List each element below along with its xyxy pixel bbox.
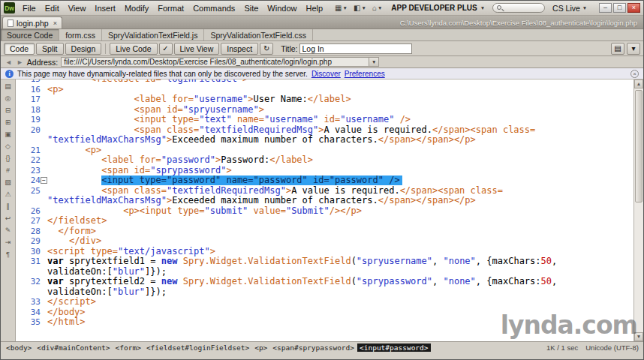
refresh-icon[interactable]: ↻ xyxy=(260,43,273,55)
layout-switcher-icon[interactable]: ▦▼ xyxy=(333,3,349,13)
code-row[interactable]: "textfieldMaxCharsMsg">Exceeded maximum … xyxy=(16,135,633,146)
code-row[interactable]: 31var sprytextfield1 = new Spry.Widget.V… xyxy=(16,256,633,267)
close-button[interactable]: × xyxy=(627,3,640,13)
design-view-button[interactable]: Design xyxy=(65,43,102,55)
tag-path-item[interactable]: <input#password> xyxy=(357,344,431,352)
scrollbar-track xyxy=(634,204,643,332)
menu-modify[interactable]: Modify xyxy=(120,2,153,14)
code-row[interactable]: validateOn:["blur"]}); xyxy=(16,267,633,278)
highlight-invalid-code-icon[interactable]: ▨ xyxy=(3,178,14,187)
preferences-link[interactable]: Preferences xyxy=(345,70,385,78)
code-row[interactable]: 16<p> xyxy=(16,85,633,95)
discover-link[interactable]: Discover xyxy=(311,70,341,78)
code-navigator-icon[interactable]: ◎ xyxy=(3,94,14,103)
code-row[interactable]: 35</html> xyxy=(16,317,633,328)
code-row[interactable]: 20 <span class="textfieldRequiredMsg">A … xyxy=(16,125,633,136)
open-documents-icon[interactable]: ▤ xyxy=(3,82,14,91)
code-row[interactable]: 25 <span class="textfieldRequiredMsg">A … xyxy=(16,186,633,196)
split-view-button[interactable]: Split xyxy=(36,43,63,55)
menu-view[interactable]: View xyxy=(64,2,91,14)
scroll-up-icon[interactable]: ▲ xyxy=(634,80,643,88)
indent-code-icon[interactable]: ⇥ xyxy=(3,238,14,247)
code-row[interactable]: 26 <p><input type="submit" value="Submit… xyxy=(16,206,633,217)
site-setup-icon[interactable]: ⌂▼ xyxy=(371,3,384,13)
collapse-full-tag-icon[interactable]: ⊟ xyxy=(3,106,14,115)
wrap-tag-icon[interactable]: ✎ xyxy=(3,226,14,235)
line-numbers-icon[interactable]: # xyxy=(3,166,14,175)
menu-insert[interactable]: Insert xyxy=(90,2,120,14)
code-row[interactable]: 30<script type="text/javascript"> xyxy=(16,247,633,257)
code-row[interactable]: 28 </form> xyxy=(16,226,633,237)
related-file-spryvalidationtextfield-css[interactable]: SpryValidationTextField.css xyxy=(204,29,313,40)
related-file-source-code[interactable]: Source Code xyxy=(1,29,59,40)
maximize-button[interactable]: □ xyxy=(613,3,626,13)
menu-edit[interactable]: Edit xyxy=(41,2,64,14)
menu-help[interactable]: Help xyxy=(301,2,327,14)
tag-path-item[interactable]: <div#mainContent> xyxy=(35,344,112,352)
menu-commands[interactable]: Commands xyxy=(188,2,239,14)
minimize-button[interactable]: – xyxy=(599,3,612,13)
info-close-icon[interactable]: × xyxy=(630,70,639,78)
code-view-button[interactable]: Code xyxy=(4,43,35,55)
code-row[interactable]: 32var sprytextfield2 = new Spry.Widget.V… xyxy=(16,277,633,287)
address-dropdown-icon[interactable]: ▼ xyxy=(369,58,378,66)
tag-path-item[interactable]: <fieldset#loginFieldset> xyxy=(144,344,251,352)
syntax-error-alerts-icon[interactable]: ⚠ xyxy=(3,190,14,199)
apply-comment-icon[interactable]: ∥ xyxy=(3,202,14,211)
extend-icon[interactable]: ◧▼ xyxy=(352,3,368,13)
search-input[interactable] xyxy=(492,3,545,13)
live-code-button[interactable]: Live Code xyxy=(110,43,157,55)
related-files-bar: Source Codeform.cssSpryValidationTextFie… xyxy=(1,29,643,41)
related-file-form-css[interactable]: form.css xyxy=(59,29,102,40)
live-view-button[interactable]: Live View xyxy=(174,43,220,55)
menu-format[interactable]: Format xyxy=(153,2,188,14)
remove-comment-icon[interactable]: ↩ xyxy=(3,214,14,223)
cs-live-button[interactable]: CS Live ▼ xyxy=(552,4,587,13)
code-row[interactable]: "textfieldMaxCharsMsg">Exceeded maximum … xyxy=(16,196,633,206)
collapse-toggle-icon[interactable]: − xyxy=(41,177,47,184)
tag-path-item[interactable]: <span#sprypassword> xyxy=(270,344,357,352)
code-row[interactable]: 33</script> xyxy=(16,297,633,308)
tab-login-php[interactable]: login.php × xyxy=(2,16,62,28)
code-row[interactable]: 22 <label for="password">Password:</labe… xyxy=(16,155,633,166)
app-icon[interactable]: Dw xyxy=(4,2,15,14)
code-row[interactable]: 27</fieldset> xyxy=(16,216,633,226)
code-row[interactable]: 18 <span id="spryusername"> xyxy=(16,105,633,116)
related-file-spryvalidationtextfield-js[interactable]: SpryValidationTextField.js xyxy=(102,29,204,40)
menu-file[interactable]: File xyxy=(18,2,41,14)
tab-close-icon[interactable]: × xyxy=(53,20,57,27)
code-row[interactable]: 23 <span id="sprypassword"> xyxy=(16,166,633,176)
code-row[interactable]: 19 <input type="text" name="username" id… xyxy=(16,115,633,125)
code-row[interactable]: 17 <label for="username">User Name:</lab… xyxy=(16,94,633,105)
expand-all-icon[interactable]: ▣ xyxy=(3,130,14,139)
select-parent-tag-icon[interactable]: ◇ xyxy=(3,142,14,151)
vertical-scrollbar[interactable]: ▲ ▼ xyxy=(633,80,643,341)
code-row[interactable]: 29 </div> xyxy=(16,236,633,247)
address-input[interactable]: file:///C|/Users/lynda.com/Desktop/Exerc… xyxy=(61,57,379,67)
line-number: 18 xyxy=(16,105,47,116)
workspace-switcher[interactable]: APP DEVELOPER PLUS ▼ xyxy=(391,4,485,12)
tag-path-item[interactable]: <form> xyxy=(113,344,143,352)
tag-path-item[interactable]: <p> xyxy=(252,344,269,352)
code-row[interactable]: 34</body> xyxy=(16,308,633,318)
collapse-selection-icon[interactable]: ⊞ xyxy=(3,118,14,127)
menu-window[interactable]: Window xyxy=(263,2,301,14)
code-row[interactable]: 24− <input type="password" name="passwor… xyxy=(16,176,633,186)
preview-dropdown-icon[interactable]: ▾ xyxy=(627,43,640,55)
scrollbar-thumb[interactable] xyxy=(635,90,642,202)
title-input[interactable]: Log In xyxy=(299,44,412,54)
menu-site[interactable]: Site xyxy=(239,2,263,14)
code-editor[interactable]: 15 <fieldset id="loginFieldset">16<p>17 … xyxy=(16,80,633,341)
format-source-code-icon[interactable]: ¶ xyxy=(3,250,14,259)
code-row[interactable]: 21 <p> xyxy=(16,146,633,156)
code-line-text: <label for="username">User Name:</label> xyxy=(47,94,633,105)
balance-braces-icon[interactable]: {} xyxy=(3,154,14,163)
back-icon[interactable]: ◄ xyxy=(5,58,13,66)
file-management-icon[interactable]: ▤ xyxy=(611,43,624,55)
code-row[interactable]: validateOn:["blur"]}); xyxy=(16,287,633,298)
forward-icon[interactable]: ► xyxy=(16,58,24,66)
tag-path-item[interactable]: <body> xyxy=(4,344,34,352)
inspect-button[interactable]: Inspect xyxy=(221,43,258,55)
scroll-down-icon[interactable]: ▼ xyxy=(634,332,643,341)
check-page-icon[interactable]: ✓ xyxy=(159,43,173,55)
